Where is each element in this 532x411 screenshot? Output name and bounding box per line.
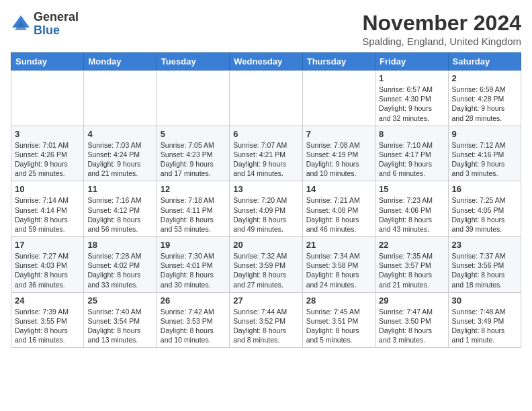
day-number: 24 [15,295,80,306]
day-number: 25 [87,295,152,306]
calendar-cell: 28Sunrise: 7:45 AM Sunset: 3:51 PM Dayli… [302,292,375,348]
calendar-cell: 10Sunrise: 7:14 AM Sunset: 4:14 PM Dayli… [11,181,84,237]
day-number: 21 [306,240,371,250]
cell-text: Sunrise: 7:20 AM Sunset: 4:09 PM Dayligh… [233,195,298,234]
calendar-cell: 5Sunrise: 7:05 AM Sunset: 4:23 PM Daylig… [157,126,229,181]
calendar-table: SundayMondayTuesdayWednesdayThursdayFrid… [11,52,521,348]
cell-text: Sunrise: 7:30 AM Sunset: 4:01 PM Dayligh… [161,251,226,289]
cell-text: Sunrise: 7:28 AM Sunset: 4:02 PM Dayligh… [87,251,152,289]
day-number: 20 [233,240,298,250]
day-number: 5 [161,129,226,139]
cell-text: Sunrise: 7:03 AM Sunset: 4:24 PM Dayligh… [87,140,152,179]
calendar-cell: 16Sunrise: 7:25 AM Sunset: 4:05 PM Dayli… [448,181,521,237]
calendar-cell: 14Sunrise: 7:21 AM Sunset: 4:08 PM Dayli… [302,181,375,237]
cell-text: Sunrise: 7:48 AM Sunset: 3:49 PM Dayligh… [452,307,517,345]
weekday-header-row: SundayMondayTuesdayWednesdayThursdayFrid… [11,53,521,71]
day-number: 22 [379,240,444,250]
month-title: November 2024 [362,11,521,36]
calendar-week-3: 10Sunrise: 7:14 AM Sunset: 4:14 PM Dayli… [11,181,521,237]
cell-text: Sunrise: 7:16 AM Sunset: 4:12 PM Dayligh… [87,195,152,234]
calendar-cell: 26Sunrise: 7:42 AM Sunset: 3:53 PM Dayli… [157,292,229,348]
calendar-cell: 13Sunrise: 7:20 AM Sunset: 4:09 PM Dayli… [230,181,302,237]
day-number: 7 [306,129,371,139]
calendar-cell: 23Sunrise: 7:37 AM Sunset: 3:56 PM Dayli… [448,237,521,293]
calendar-cell: 22Sunrise: 7:35 AM Sunset: 3:57 PM Dayli… [375,237,448,293]
calendar-cell: 30Sunrise: 7:48 AM Sunset: 3:49 PM Dayli… [448,292,521,348]
title-area: November 2024 Spalding, England, United … [362,11,521,47]
cell-text: Sunrise: 7:39 AM Sunset: 3:55 PM Dayligh… [15,307,80,345]
cell-text: Sunrise: 7:01 AM Sunset: 4:26 PM Dayligh… [15,140,80,179]
calendar-cell [157,71,229,126]
calendar-week-1: 1Sunrise: 6:57 AM Sunset: 4:30 PM Daylig… [11,71,521,126]
day-number: 19 [161,240,226,250]
cell-text: Sunrise: 7:32 AM Sunset: 3:59 PM Dayligh… [233,251,298,289]
day-number: 13 [233,184,298,194]
calendar-cell: 12Sunrise: 7:18 AM Sunset: 4:11 PM Dayli… [157,181,229,237]
cell-text: Sunrise: 7:45 AM Sunset: 3:51 PM Dayligh… [306,307,371,345]
cell-text: Sunrise: 7:35 AM Sunset: 3:57 PM Dayligh… [379,251,444,289]
calendar-week-2: 3Sunrise: 7:01 AM Sunset: 4:26 PM Daylig… [11,126,521,181]
day-number: 30 [452,295,517,306]
cell-text: Sunrise: 7:12 AM Sunset: 4:16 PM Dayligh… [452,140,517,179]
calendar-cell: 6Sunrise: 7:07 AM Sunset: 4:21 PM Daylig… [230,126,302,181]
day-number: 1 [379,73,444,83]
calendar-cell: 2Sunrise: 6:59 AM Sunset: 4:28 PM Daylig… [448,71,521,126]
cell-text: Sunrise: 7:47 AM Sunset: 3:50 PM Dayligh… [379,307,444,345]
calendar-cell: 18Sunrise: 7:28 AM Sunset: 4:02 PM Dayli… [84,237,157,293]
cell-text: Sunrise: 7:10 AM Sunset: 4:17 PM Dayligh… [379,140,444,179]
cell-text: Sunrise: 7:08 AM Sunset: 4:19 PM Dayligh… [306,140,371,179]
calendar-cell: 8Sunrise: 7:10 AM Sunset: 4:17 PM Daylig… [375,126,448,181]
weekday-header-wednesday: Wednesday [230,53,302,71]
day-number: 11 [87,184,152,194]
weekday-header-tuesday: Tuesday [157,53,229,71]
calendar-cell: 21Sunrise: 7:34 AM Sunset: 3:58 PM Dayli… [302,237,375,293]
day-number: 9 [452,129,517,139]
day-number: 2 [452,73,517,83]
cell-text: Sunrise: 7:14 AM Sunset: 4:14 PM Dayligh… [15,195,80,234]
header: General Blue November 2024 Spalding, Eng… [11,11,521,47]
day-number: 12 [161,184,226,194]
calendar-cell [302,71,375,126]
day-number: 29 [379,295,444,306]
cell-text: Sunrise: 7:21 AM Sunset: 4:08 PM Dayligh… [306,195,371,234]
cell-text: Sunrise: 7:27 AM Sunset: 4:03 PM Dayligh… [15,251,80,289]
calendar-cell: 4Sunrise: 7:03 AM Sunset: 4:24 PM Daylig… [84,126,157,181]
day-number: 3 [15,129,80,139]
day-number: 18 [87,240,152,250]
weekday-header-monday: Monday [84,53,157,71]
calendar-cell [84,71,157,126]
weekday-header-sunday: Sunday [11,53,84,71]
day-number: 23 [452,240,517,250]
day-number: 15 [379,184,444,194]
day-number: 28 [306,295,371,306]
cell-text: Sunrise: 7:40 AM Sunset: 3:54 PM Dayligh… [87,307,152,345]
calendar-cell: 3Sunrise: 7:01 AM Sunset: 4:26 PM Daylig… [11,126,84,181]
logo-general-text: General [34,11,79,24]
calendar-cell: 9Sunrise: 7:12 AM Sunset: 4:16 PM Daylig… [448,126,521,181]
day-number: 6 [233,129,298,139]
day-number: 16 [452,184,517,194]
weekday-header-thursday: Thursday [302,53,375,71]
calendar-cell [230,71,302,126]
calendar-cell [11,71,84,126]
cell-text: Sunrise: 7:42 AM Sunset: 3:53 PM Dayligh… [161,307,226,345]
calendar-body: 1Sunrise: 6:57 AM Sunset: 4:30 PM Daylig… [11,71,521,348]
day-number: 26 [161,295,226,306]
weekday-header-saturday: Saturday [448,53,521,71]
calendar-week-4: 17Sunrise: 7:27 AM Sunset: 4:03 PM Dayli… [11,237,521,293]
day-number: 8 [379,129,444,139]
cell-text: Sunrise: 6:59 AM Sunset: 4:28 PM Dayligh… [452,85,517,123]
logo-blue-text: Blue [34,24,79,38]
logo: General Blue [11,11,79,38]
calendar-cell: 20Sunrise: 7:32 AM Sunset: 3:59 PM Dayli… [230,237,302,293]
calendar-cell: 24Sunrise: 7:39 AM Sunset: 3:55 PM Dayli… [11,292,84,348]
cell-text: Sunrise: 7:25 AM Sunset: 4:05 PM Dayligh… [452,195,517,234]
day-number: 10 [15,184,80,194]
weekday-header-friday: Friday [375,53,448,71]
calendar-week-5: 24Sunrise: 7:39 AM Sunset: 3:55 PM Dayli… [11,292,521,348]
calendar-cell: 19Sunrise: 7:30 AM Sunset: 4:01 PM Dayli… [157,237,229,293]
logo-icon [11,14,31,34]
calendar-cell: 27Sunrise: 7:44 AM Sunset: 3:52 PM Dayli… [230,292,302,348]
cell-text: Sunrise: 7:23 AM Sunset: 4:06 PM Dayligh… [379,195,444,234]
cell-text: Sunrise: 7:07 AM Sunset: 4:21 PM Dayligh… [233,140,298,179]
